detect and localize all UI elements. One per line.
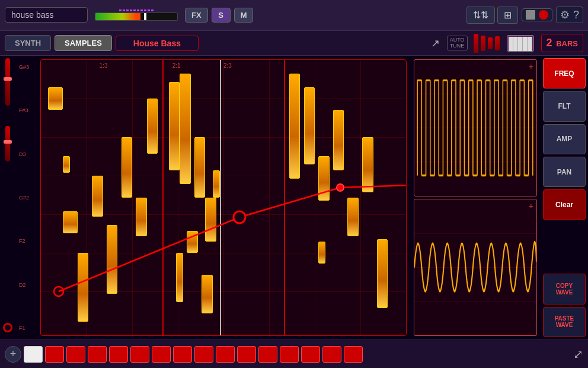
note-label-g2: G#2 (19, 195, 40, 201)
note-block[interactable] (377, 239, 388, 308)
note-label-f2: F2 (19, 238, 40, 244)
note-block[interactable] (147, 99, 158, 154)
left-sliders (0, 56, 15, 340)
note-block[interactable] (362, 137, 373, 192)
note-block[interactable] (318, 242, 325, 264)
note-block[interactable] (202, 275, 212, 313)
note-block[interactable] (318, 156, 329, 200)
note-block[interactable] (194, 137, 205, 198)
vert-slider-2[interactable] (5, 126, 10, 161)
pitch-sliders (474, 34, 500, 53)
level-bar[interactable] (95, 12, 178, 21)
note-block[interactable] (63, 156, 70, 173)
waveform-panel-top: + (414, 59, 537, 196)
bars-badge: 2 BARS (541, 34, 583, 52)
section-divider-2 (284, 60, 285, 335)
record-button[interactable] (539, 10, 548, 20)
instrument-name[interactable]: house bass (5, 7, 88, 23)
clear-button[interactable]: Clear (543, 189, 586, 220)
note-block[interactable] (48, 87, 63, 109)
settings-group: ⚙ ? (556, 7, 583, 23)
pattern-button-11[interactable] (237, 346, 256, 363)
pattern-button-6[interactable] (130, 346, 149, 363)
automation-point[interactable] (3, 323, 12, 332)
note-block[interactable] (169, 82, 180, 170)
pattern-button-15[interactable] (322, 346, 341, 363)
note-block[interactable] (136, 198, 146, 236)
note-block[interactable] (289, 74, 300, 178)
amp-button[interactable]: AMP (543, 124, 586, 154)
gear-icon[interactable]: ⚙ (560, 8, 570, 21)
bottom-bar: + ⤢ (0, 340, 588, 368)
tab-samples[interactable]: SAMPLES (55, 35, 112, 51)
note-block[interactable] (63, 211, 78, 233)
note-block[interactable] (205, 198, 216, 242)
pattern-button-7[interactable] (152, 346, 171, 363)
pattern-button-5[interactable] (109, 346, 128, 363)
m-button[interactable]: M (234, 8, 254, 23)
preset-name[interactable]: House Bass (116, 36, 199, 51)
pattern-button-9[interactable] (194, 346, 213, 363)
grid-button[interactable]: ⊞ (497, 7, 518, 24)
piano-roll[interactable]: 1:3 2:1 2:3 (40, 59, 407, 336)
piano-mini (507, 35, 534, 52)
piano-key-white (509, 37, 513, 52)
sliders-button[interactable]: ⇅⇅ (466, 7, 495, 24)
add-pattern-button[interactable]: + (5, 346, 21, 363)
piano-key-white (513, 37, 518, 52)
curve-icon[interactable]: ↗ (431, 37, 440, 50)
pattern-button-16[interactable] (344, 346, 363, 363)
s-button[interactable]: S (212, 8, 231, 23)
note-block[interactable] (333, 110, 344, 170)
loop-record-icon[interactable]: ⤢ (573, 347, 583, 361)
pattern-button-8[interactable] (173, 346, 192, 363)
pattern-button-12[interactable] (258, 346, 277, 363)
note-block[interactable] (304, 87, 315, 164)
pitch-slider-2[interactable] (481, 36, 485, 51)
second-bar: SYNTH SAMPLES House Bass ↗ AUTOTUNE 2 BA… (0, 31, 588, 56)
slider-handle-1 (4, 77, 12, 81)
note-block[interactable] (107, 225, 117, 294)
pitch-slider-1[interactable] (474, 34, 478, 53)
pattern-button-14[interactable] (301, 346, 320, 363)
autotune-button[interactable]: AUTOTUNE (447, 36, 468, 51)
fx-button[interactable]: FX (185, 8, 208, 23)
stop-button[interactable] (526, 10, 535, 20)
pattern-button-13[interactable] (280, 346, 299, 363)
note-block[interactable] (122, 137, 132, 198)
note-label-g3: G#3 (19, 64, 40, 70)
note-block[interactable] (347, 198, 358, 236)
pattern-button-2[interactable] (45, 346, 64, 363)
panel-plus-bottom[interactable]: + (529, 201, 533, 211)
note-block[interactable] (78, 253, 88, 322)
note-block[interactable] (213, 170, 220, 198)
waveform-panel-bottom: + (414, 199, 537, 336)
flt-button[interactable]: FLT (543, 91, 586, 121)
pitch-slider-4[interactable] (495, 36, 500, 50)
pattern-button-10[interactable] (216, 346, 235, 363)
paste-wave-button[interactable]: PASTEWAVE (543, 307, 586, 337)
vert-slider-1[interactable] (5, 58, 10, 106)
pitch-slider-3[interactable] (488, 37, 493, 49)
help-icon[interactable]: ? (573, 9, 579, 21)
copy-wave-button[interactable]: COPYWAVE (543, 274, 586, 304)
note-block[interactable] (176, 253, 183, 303)
tab-synth[interactable]: SYNTH (5, 35, 51, 51)
pan-button[interactable]: PAN (543, 157, 586, 187)
panel-plus-top[interactable]: + (529, 62, 533, 71)
far-right-buttons: FREQ FLT AMP PAN Clear COPYWAVE PASTEWAV… (541, 56, 588, 340)
pattern-button-1[interactable] (24, 346, 43, 363)
top-bar: house bass FX S M ⇅⇅ ⊞ ⚙ ? (0, 0, 588, 31)
note-block[interactable] (180, 74, 190, 184)
pattern-button-4[interactable] (88, 346, 107, 363)
section-divider-1 (162, 60, 164, 335)
slider-handle-2 (4, 140, 12, 144)
piano-roll-container: G#3 F#3 D3 G#2 F2 D2 F1 (15, 56, 410, 340)
note-block[interactable] (92, 176, 103, 217)
right-panels: + (410, 56, 541, 340)
sine-wave-svg (414, 199, 536, 335)
freq-button[interactable]: FREQ (543, 58, 586, 88)
pattern-button-3[interactable] (66, 346, 85, 363)
note-labels: G#3 F#3 D3 G#2 F2 D2 F1 (19, 59, 40, 336)
note-block[interactable] (187, 231, 197, 253)
